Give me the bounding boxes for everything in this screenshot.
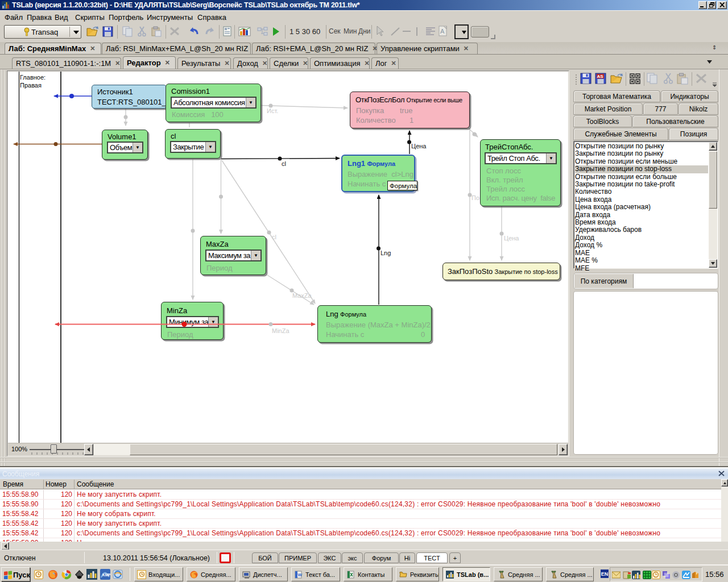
svg-text:A: A [440, 28, 445, 35]
svg-text:MinZa: MinZa [272, 327, 289, 334]
svg-text:KMP: KMP [102, 573, 110, 577]
svg-text:AS: AS [597, 74, 604, 79]
svg-text:W: W [298, 572, 303, 577]
